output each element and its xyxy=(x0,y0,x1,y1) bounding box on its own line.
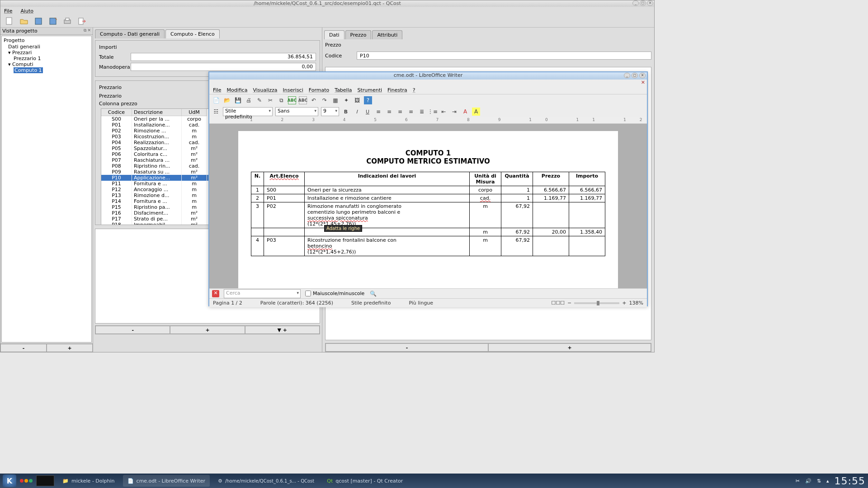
pane-controls[interactable]: ⧉ ✕ xyxy=(84,28,91,34)
lo-menu-help[interactable]: ? xyxy=(413,87,415,93)
table-row[interactable]: 1S00 Oneri per la sicurezzacorpo 16.566,… xyxy=(251,186,605,194)
exit-icon[interactable] xyxy=(77,17,86,26)
font-size-combo[interactable]: 9 xyxy=(321,107,339,116)
tab-elenco[interactable]: Computo - Elenco xyxy=(165,29,220,38)
align-center-icon[interactable]: ≡ xyxy=(385,108,393,116)
row-add-button[interactable]: + xyxy=(170,326,245,334)
lo-menu-tabella[interactable]: Tabella xyxy=(335,87,352,93)
menu-file[interactable]: File xyxy=(4,8,12,14)
tree-root[interactable]: Progetto xyxy=(3,37,90,44)
tree-dati[interactable]: Dati generali xyxy=(3,44,90,50)
font-name-combo[interactable]: Sans xyxy=(275,107,318,116)
tree-prezzario1[interactable]: Prezzario 1 xyxy=(3,56,90,61)
start-button[interactable]: K xyxy=(3,474,16,487)
paragraph-style-combo[interactable]: Stile predefinito xyxy=(223,107,273,116)
underline-icon[interactable]: U xyxy=(363,108,372,116)
saveas-icon[interactable] xyxy=(48,17,57,26)
lo-close-icon[interactable]: × xyxy=(639,73,646,78)
code-field[interactable] xyxy=(357,52,651,60)
lo-edit-icon[interactable]: ✎ xyxy=(255,96,264,104)
lo-menu-file[interactable]: File xyxy=(213,87,221,93)
align-right-icon[interactable]: ≡ xyxy=(396,108,404,116)
numbered-list-icon[interactable]: ≣ xyxy=(418,108,426,116)
lo-new-icon[interactable]: 📄 xyxy=(212,96,220,104)
lo-autospell-icon[interactable]: ABC xyxy=(299,96,307,104)
lo-spell-icon[interactable]: ABC xyxy=(288,96,296,104)
lo-help-icon[interactable]: ? xyxy=(364,96,372,104)
activity-dots[interactable] xyxy=(20,479,33,483)
align-left-icon[interactable]: ≡ xyxy=(374,108,382,116)
tree-computi[interactable]: ▾ Computi xyxy=(3,61,90,67)
detail-add-button[interactable]: + xyxy=(488,343,651,352)
lo-menu-strumenti[interactable]: Strumenti xyxy=(357,87,382,93)
clock[interactable]: 15:55 xyxy=(835,475,865,487)
close-icon[interactable]: × xyxy=(647,0,653,6)
ruler[interactable]: 1 2 3 4 5 6 7 8 9 10 11 12 13 14 15 16 1… xyxy=(209,117,647,124)
lo-maximize-icon[interactable]: ◻ xyxy=(632,73,638,78)
lo-open-icon[interactable]: 📂 xyxy=(223,96,231,104)
detail-tab-prezzo[interactable]: Prezzo xyxy=(345,30,372,39)
status-words[interactable]: Parole (caratteri): 364 (2256) xyxy=(260,300,333,306)
lo-table-icon[interactable]: ▦ xyxy=(331,96,340,104)
lo-menu-inserisci[interactable]: Inserisci xyxy=(283,87,303,93)
task-qtcreator[interactable]: Qtqcost [master] - Qt Creator xyxy=(322,475,407,487)
bullet-list-icon[interactable]: ⋮≡ xyxy=(429,108,437,116)
minimize-icon[interactable]: _ xyxy=(632,0,639,6)
lo-redo-icon[interactable]: ↷ xyxy=(321,96,329,104)
binoculars-icon[interactable]: 🔍 xyxy=(369,290,377,298)
table-row[interactable]: 3P02 Rimozione manufatti in conglomerato… xyxy=(251,202,605,228)
lo-styles-icon[interactable]: ☷ xyxy=(212,108,220,116)
lo-undo-icon[interactable]: ↶ xyxy=(310,96,318,104)
tree-add-button[interactable]: + xyxy=(47,344,93,352)
lo-export-icon[interactable]: 🖨 xyxy=(245,96,253,104)
lo-gallery-icon[interactable]: 🖼 xyxy=(353,96,361,104)
find-close-icon[interactable]: ✕ xyxy=(212,290,219,297)
lo-menu-finestra[interactable]: Finestra xyxy=(387,87,407,93)
project-tree[interactable]: Progetto Dati generali ▾ Prezzari Prezza… xyxy=(1,36,92,343)
clipboard-icon[interactable]: ✂ xyxy=(796,478,800,484)
tree-prezzari[interactable]: ▾ Prezzari xyxy=(3,50,90,56)
tree-computo1[interactable]: Computo 1 xyxy=(3,67,90,73)
pager[interactable] xyxy=(36,475,54,486)
font-color-icon[interactable]: A xyxy=(461,108,469,116)
lo-copy-icon[interactable]: ⧉ xyxy=(277,96,285,104)
save-icon[interactable] xyxy=(34,17,43,26)
table-row[interactable]: m 67,9220,001.358,40 xyxy=(251,228,605,236)
lo-menu-visualizza[interactable]: Visualizza xyxy=(253,87,277,93)
maximize-icon[interactable]: ◻ xyxy=(640,0,646,6)
highlight-icon[interactable]: A xyxy=(472,108,480,116)
task-qcost[interactable]: ⚙/home/mickele/QCost_0.6.1_s... - QCost xyxy=(213,475,319,487)
task-libreoffice[interactable]: 📄cme.odt - LibreOffice Writer xyxy=(123,475,210,487)
detail-tab-attributi[interactable]: Attributi xyxy=(372,30,402,39)
match-case-checkbox[interactable] xyxy=(305,291,311,296)
new-icon[interactable] xyxy=(5,17,14,26)
row-copy-down-button[interactable]: ▼ + xyxy=(245,326,320,334)
lo-navigator-icon[interactable]: ✦ xyxy=(342,96,350,104)
table-row[interactable]: 2P01 Installazione e rimozione cantierec… xyxy=(251,194,605,202)
lo-minimize-icon[interactable]: _ xyxy=(624,73,630,78)
view-mode-icon[interactable]: ☐☐☐ xyxy=(552,300,565,306)
zoom-out-icon[interactable]: − xyxy=(567,300,571,306)
tab-dati-generali[interactable]: Computo - Dati generali xyxy=(95,29,165,38)
find-input[interactable]: Cerca xyxy=(224,289,301,298)
align-justify-icon[interactable]: ≡ xyxy=(407,108,415,116)
lo-save-icon[interactable]: 💾 xyxy=(234,96,242,104)
volume-icon[interactable]: 🔊 xyxy=(805,478,811,484)
bold-icon[interactable]: B xyxy=(342,108,350,116)
lo-cut-icon[interactable]: ✂ xyxy=(266,96,274,104)
status-lang[interactable]: Più lingue xyxy=(409,300,433,306)
zoom-slider[interactable] xyxy=(574,302,619,304)
lo-menu-modifica[interactable]: Modifica xyxy=(226,87,247,93)
zoom-value[interactable]: 138% xyxy=(629,300,643,306)
row-remove-button[interactable]: - xyxy=(95,326,170,334)
tree-remove-button[interactable]: - xyxy=(0,344,47,352)
tray-expand-icon[interactable]: ▴ xyxy=(826,478,829,484)
print-icon[interactable] xyxy=(63,17,72,26)
network-icon[interactable]: ⇅ xyxy=(817,478,821,484)
lo-menu-formato[interactable]: Formato xyxy=(309,87,330,93)
detail-remove-button[interactable]: - xyxy=(326,343,488,352)
menu-help[interactable]: Aiuto xyxy=(20,8,33,14)
table-row[interactable]: 4P03 Ricostruzione frontalini balcone co… xyxy=(251,236,605,256)
decrease-indent-icon[interactable]: ⇤ xyxy=(439,108,448,116)
increase-indent-icon[interactable]: ⇥ xyxy=(450,108,458,116)
